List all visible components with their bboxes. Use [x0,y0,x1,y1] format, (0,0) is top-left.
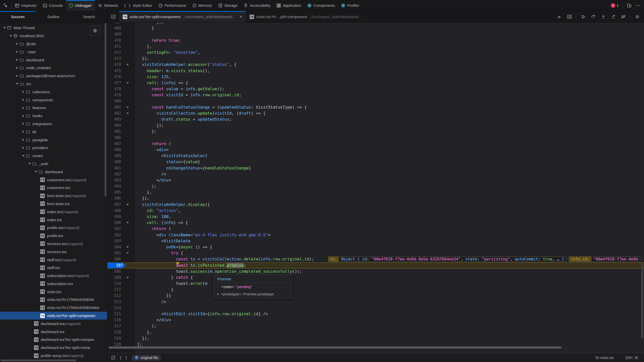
gutter[interactable]: 483 [107,116,135,122]
gutter[interactable]: 510 [107,281,135,287]
code-line[interactable]: 478 const value = info.getValue(); [107,86,644,92]
code-line[interactable]: 477 cell: (info) => { [107,80,644,86]
code-line[interactable]: 494 ); [107,183,644,189]
code-text[interactable]: return true; [135,37,644,43]
code-text[interactable]: const visitId = info.row.original.id; [135,92,644,98]
expand-arrow-icon[interactable] [15,59,19,61]
line-number[interactable]: 508 [107,268,122,275]
expand-arrow-icon[interactable] [21,122,25,125]
sidebar-tab-outline[interactable]: Outline [36,11,71,22]
expand-arrow-icon[interactable] [21,139,25,141]
gutter[interactable]: 515 [107,311,135,317]
gutter[interactable]: 518 [107,329,135,335]
tree-file[interactable]: TSindex.tsx(mapped) [0,208,107,216]
tool-tab-application[interactable]: Application [273,0,304,11]
tree-file[interactable]: TSservices.tsx(mapped) [0,240,107,248]
line-number[interactable]: 509 [107,275,122,281]
line-number[interactable]: 481 [107,104,122,110]
line-number[interactable]: 479 [107,92,122,98]
code-line[interactable]: 503 <VisitDelete [107,238,644,244]
code-text[interactable]: status={value} [135,159,644,165]
expand-arrow-icon[interactable] [15,42,19,45]
code-line[interactable]: 475 header: m.visits_status(), [107,68,644,74]
gutter[interactable]: 504 [107,244,135,250]
code-line[interactable]: 516 </div> [107,317,644,323]
fold-arrow-icon[interactable] [122,110,133,116]
code-text[interactable]: }); [135,23,644,25]
step-out-icon[interactable] [609,13,618,21]
gutter[interactable]: 506 [107,256,135,262]
fold-arrow-icon[interactable] [122,220,133,226]
tree-file[interactable]: TSstaff.tsx [0,264,107,272]
tree-file[interactable]: TSvisits.tsx?t=1759544269044 [0,296,107,304]
gutter[interactable]: 481 [107,104,135,110]
gutter[interactable]: 507 [107,262,135,268]
tree-folder[interactable]: dashboard [0,56,107,64]
collapse-arrow-icon[interactable] [9,35,13,37]
collapse-arrow-icon[interactable] [21,155,25,157]
line-number[interactable]: 497 [107,202,122,208]
line-number[interactable]: 517 [107,323,122,329]
code-text[interactable]: <div className="px-4 flex justify-end ga… [135,232,644,238]
tree-file[interactable]: TSdashboard.tsx?tsr-split=compon [0,336,107,344]
code-line[interactable]: 493 </div> [107,177,644,183]
tree-folder[interactable]: node_modules [0,64,107,72]
gutter[interactable]: 494 [107,183,135,189]
code-line[interactable]: 483 draft.status = updatedStatus; [107,116,644,122]
tree-folder[interactable]: features [0,104,107,112]
gutter[interactable]: 501 [107,226,135,232]
fold-arrow-icon[interactable] [122,275,133,281]
code-text[interactable] [135,31,644,37]
code-text[interactable]: const handleStatusChange = (updatedStatu… [135,104,644,110]
code-text[interactable]: /> [135,299,644,305]
line-number[interactable]: 477 [107,80,122,86]
line-number[interactable]: 471 [107,43,122,50]
tool-tab-components[interactable]: Components [304,0,338,11]
source-tab-active[interactable]: TS visits.tsx?tsr-split=component ..//sr… [119,11,246,22]
code-text[interactable] [135,135,644,141]
expand-arrow-icon[interactable] [15,67,19,69]
code-line[interactable]: 517 ); [107,323,644,329]
code-line[interactable]: 514 [107,305,644,311]
code-line[interactable]: 507 await tx.isPersisted.promise; [107,262,644,268]
code-line[interactable]: 513 /> [107,299,644,305]
responsive-design-mode-icon[interactable] [627,3,631,8]
gutter[interactable]: 495 [107,189,135,195]
tree-file[interactable]: TSdashboard.tsx(mapped) [0,320,107,328]
fold-arrow-icon[interactable] [122,62,133,68]
tree-folder[interactable]: packages/@react-aria/ssr/src [0,72,107,80]
code-text[interactable]: <VisitsStatusSelect [135,153,644,159]
code-line[interactable]: 519 }), [107,335,644,341]
tree-folder[interactable]: lib [0,128,107,136]
gutter[interactable]: 487 [107,141,135,147]
gutter[interactable]: 514 [107,305,135,311]
gutter[interactable]: 492 [107,171,135,177]
gutter[interactable]: 488 [107,147,135,153]
tree-file[interactable]: TSprofile-setup.tsx(mapped) [0,352,107,360]
gutter[interactable]: 517 [107,323,135,329]
code-text[interactable]: visitsColumnHelper.accessor("status", { [135,62,644,68]
code-text[interactable]: }), [135,56,644,62]
code-line[interactable]: 467 }); [107,23,644,25]
line-number[interactable]: 478 [107,86,122,92]
gutter[interactable]: 497 [107,202,135,208]
code-text[interactable]: <div> [135,147,644,153]
line-number[interactable]: 482 [107,110,122,116]
tree-file[interactable]: TScustomers.tsx [0,184,107,192]
step-over-icon[interactable] [589,13,597,21]
gutter[interactable]: 469 [107,31,135,37]
tool-tab-network[interactable]: Network [95,0,121,11]
gutter[interactable]: 496 [107,195,135,201]
tree-folder[interactable]: _auth [0,160,107,168]
gutter[interactable]: 519 [107,335,135,341]
line-number[interactable]: 484 [107,122,122,128]
expand-arrow-icon[interactable] [15,51,19,53]
code-text[interactable]: draft.status = updatedStatus; [135,116,644,122]
tree-folder[interactable]: src [0,80,107,88]
sidebar-vertical-scrollbar[interactable] [105,23,106,197]
code-text[interactable]: return ( [135,141,644,147]
line-number[interactable]: 487 [107,141,122,147]
inline-preview-badge[interactable]: info.id:"60e4f018-f7ee-4e9d [569,256,640,262]
code-line[interactable]: 491 onChangeStatus={handleStatusChange} [107,165,644,171]
code-line[interactable]: 470 return true; [107,37,644,43]
